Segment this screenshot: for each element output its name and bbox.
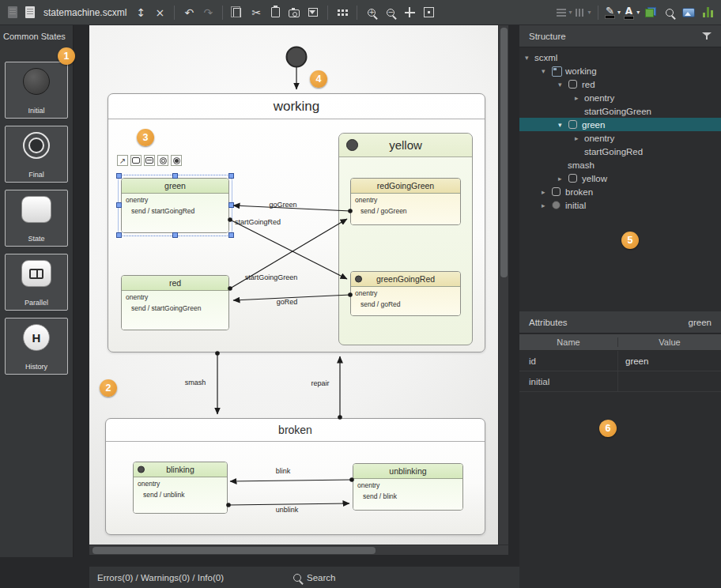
attribute-row-id[interactable]: id green xyxy=(519,351,721,371)
final-tool-icon[interactable] xyxy=(157,155,168,166)
transition-label-goRed[interactable]: goRed xyxy=(277,298,298,306)
palette-item-state[interactable]: State xyxy=(5,190,68,247)
selection-handle[interactable] xyxy=(116,202,122,208)
state-red[interactable]: red onentry send / startGoingGreen xyxy=(121,275,229,330)
tab-switcher-icon[interactable]: ↕ xyxy=(132,3,149,22)
tree-item-startGoingGreen[interactable]: startGoingGreen xyxy=(519,104,721,118)
tree-item-smash[interactable]: smash xyxy=(519,158,721,172)
attribute-value[interactable] xyxy=(618,371,721,391)
cut-icon[interactable]: ✂ xyxy=(247,3,265,22)
tree-item-label: yellow xyxy=(582,174,607,183)
state-icon xyxy=(568,173,578,183)
vertical-scrollbar[interactable] xyxy=(498,25,508,545)
state-green[interactable]: green onentry send / startGoingRed xyxy=(121,178,229,233)
transition-label-blink[interactable]: blink xyxy=(276,467,291,475)
expander-icon[interactable] xyxy=(575,134,584,142)
transition-label-unblink[interactable]: unblink xyxy=(276,506,299,514)
tree-item-onentry[interactable]: onentry xyxy=(519,91,721,104)
color-theme-icon[interactable] xyxy=(642,3,659,22)
expander-icon[interactable] xyxy=(558,81,568,89)
export-canvas-icon[interactable] xyxy=(304,3,322,22)
expander-icon[interactable] xyxy=(525,54,534,62)
transition-label-goGreen[interactable]: goGreen xyxy=(269,201,296,209)
state-unblinking[interactable]: unblinking onentry send / blink xyxy=(353,463,463,511)
selection-handle[interactable] xyxy=(116,232,122,238)
tree-item-red[interactable]: red xyxy=(519,77,721,91)
horizontal-scrollbar[interactable] xyxy=(89,545,508,555)
vertical-scrollbar-thumb[interactable] xyxy=(500,28,508,277)
align-states-icon[interactable]: ▾ xyxy=(556,3,573,22)
column-value[interactable]: Value xyxy=(618,337,721,347)
adjust-states-icon[interactable]: ▾ xyxy=(575,3,592,22)
tree-item-label: broken xyxy=(565,187,593,197)
initial-tool-icon[interactable] xyxy=(171,155,182,166)
tree-item-yellow[interactable]: yellow xyxy=(519,172,721,185)
tree-item-working[interactable]: working xyxy=(519,64,721,77)
status-bar: Errors(0) / Warnings(0) / Info(0) Search xyxy=(89,566,519,588)
undo-icon[interactable]: ↶ xyxy=(180,3,198,22)
state-body: onentry send / goRed xyxy=(351,287,460,315)
expander-icon[interactable] xyxy=(558,121,568,129)
state-redGoingGreen[interactable]: redGoingGreen onentry send / goGreen xyxy=(350,178,461,225)
tree-item-onentry[interactable]: onentry xyxy=(519,131,721,145)
expander-icon[interactable] xyxy=(542,202,551,209)
palette-item-parallel[interactable]: Parallel xyxy=(5,254,68,311)
font-color-icon[interactable]: A▾ xyxy=(623,3,640,22)
palette-item-history[interactable]: H History xyxy=(5,318,68,375)
expander-icon[interactable] xyxy=(542,67,551,75)
screenshot-icon[interactable] xyxy=(285,3,303,22)
transition-label-repair[interactable]: repair xyxy=(311,379,329,387)
tree-item-initial[interactable]: initial xyxy=(519,198,721,212)
transition-tool-icon[interactable]: ↗ xyxy=(117,155,128,166)
filter-icon[interactable] xyxy=(702,32,712,40)
panorama-icon[interactable] xyxy=(680,3,697,22)
file-tab-label[interactable]: statemachine.scxml xyxy=(43,7,126,18)
copy-icon[interactable] xyxy=(228,3,246,22)
selection-handle[interactable] xyxy=(172,173,178,179)
paste-icon[interactable] xyxy=(266,3,284,22)
tree-item-startGoingRed[interactable]: startGoingRed xyxy=(519,145,721,158)
pan-icon[interactable] xyxy=(401,3,418,22)
transition-label-startGoingGreen[interactable]: startGoingGreen xyxy=(245,273,298,281)
attribute-row-initial[interactable]: initial xyxy=(519,371,721,392)
redo-icon[interactable]: ↷ xyxy=(199,3,217,22)
issues-counter[interactable]: Errors(0) / Warnings(0) / Info(0) xyxy=(97,573,224,582)
tree-item-scxml[interactable]: scxml xyxy=(519,51,721,64)
substate-tool-icon[interactable] xyxy=(144,155,155,166)
tree-item-broken[interactable]: broken xyxy=(519,185,721,198)
tree-item-green-selected[interactable]: green xyxy=(519,118,721,131)
state-greenGoingRed[interactable]: greenGoingRed onentry send / goRed xyxy=(350,271,461,316)
state-blinking[interactable]: blinking onentry send / unblink xyxy=(133,462,228,514)
column-name[interactable]: Name xyxy=(519,337,618,347)
statistics-icon[interactable] xyxy=(699,3,716,22)
selection-handle[interactable] xyxy=(228,173,234,179)
fill-color-icon[interactable]: ✎▾ xyxy=(604,3,621,22)
horizontal-scrollbar-thumb[interactable] xyxy=(92,547,376,554)
palette-item-initial[interactable]: Initial xyxy=(5,62,68,119)
toolbar-search-icon[interactable] xyxy=(661,3,678,22)
selection-handle[interactable] xyxy=(116,173,122,179)
tree-item-label: red xyxy=(582,80,595,89)
expander-icon[interactable] xyxy=(542,188,551,196)
swatch-glyph xyxy=(645,7,656,17)
paste-glyph xyxy=(271,7,280,17)
palette-item-final[interactable]: Final xyxy=(5,126,68,183)
photo-glyph xyxy=(682,8,695,17)
close-tab-icon[interactable]: × xyxy=(151,3,168,22)
expander-icon[interactable] xyxy=(558,175,568,183)
fit-to-view-icon[interactable] xyxy=(420,3,437,22)
navigator-icon[interactable] xyxy=(334,3,351,22)
selection-handle[interactable] xyxy=(172,232,178,238)
transition-label-smash[interactable]: smash xyxy=(185,379,206,386)
transition-label-startGoingRed[interactable]: startGoingRed xyxy=(235,218,281,226)
diagram-canvas[interactable]: working broken yellow ↗ green onentry se… xyxy=(89,25,498,545)
zoom-in-icon[interactable]: + xyxy=(363,3,380,22)
selection-handle[interactable] xyxy=(228,202,234,208)
palette-item-label: Final xyxy=(6,171,67,179)
selection-handle[interactable] xyxy=(228,232,234,238)
search-label[interactable]: Search xyxy=(307,573,335,582)
state-tool-icon[interactable] xyxy=(130,155,142,166)
zoom-out-icon[interactable]: − xyxy=(382,3,399,22)
attribute-value[interactable]: green xyxy=(618,351,721,371)
expander-icon[interactable] xyxy=(575,94,584,102)
